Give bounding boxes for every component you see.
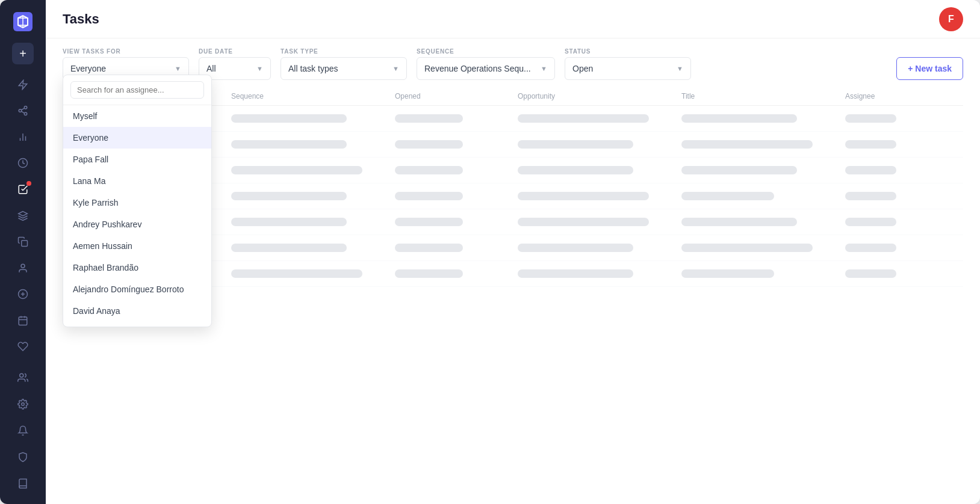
sidebar: + bbox=[0, 0, 46, 504]
skeleton-placeholder bbox=[845, 244, 896, 252]
dropdown-item[interactable]: Everyone bbox=[63, 127, 211, 149]
sidebar-item-plugin[interactable] bbox=[12, 336, 34, 358]
table-cell bbox=[840, 114, 963, 123]
skeleton-placeholder bbox=[845, 114, 896, 123]
skeleton-placeholder bbox=[395, 192, 463, 200]
svg-point-2 bbox=[24, 106, 27, 109]
skeleton-placeholder bbox=[395, 114, 463, 123]
dropdown-item[interactable]: Alejandro Domínguez Borroto bbox=[63, 278, 211, 300]
sidebar-item-tasks[interactable] bbox=[12, 179, 34, 200]
col-header-title: Title bbox=[677, 92, 840, 100]
skeleton-placeholder bbox=[518, 140, 633, 149]
table-cell bbox=[390, 166, 513, 174]
sequence-select[interactable]: Revenue Operations Sequ... ▼ bbox=[417, 57, 555, 80]
dropdown-item[interactable]: Andrey Pushkarev bbox=[63, 214, 211, 235]
table-cell bbox=[226, 244, 390, 252]
skeleton-placeholder bbox=[231, 166, 362, 174]
svg-line-6 bbox=[21, 108, 24, 110]
skeleton-placeholder bbox=[681, 244, 813, 252]
dropdown-item[interactable]: Raphael Brandão bbox=[63, 257, 211, 278]
sidebar-item-settings[interactable] bbox=[12, 393, 34, 415]
app-logo[interactable] bbox=[11, 10, 35, 33]
skeleton-placeholder bbox=[518, 192, 649, 200]
sidebar-bottom bbox=[12, 367, 34, 494]
table-cell bbox=[513, 244, 677, 252]
sidebar-item-clock[interactable] bbox=[12, 153, 34, 174]
skeleton-placeholder bbox=[231, 269, 362, 278]
sidebar-item-contacts[interactable] bbox=[12, 367, 34, 389]
skeleton-placeholder bbox=[681, 192, 774, 200]
header: Tasks F bbox=[46, 0, 980, 38]
dropdown-item[interactable]: David Anaya bbox=[63, 300, 211, 322]
skeleton-placeholder bbox=[681, 166, 797, 174]
table-cell bbox=[840, 269, 963, 278]
sidebar-item-shield[interactable] bbox=[12, 446, 34, 468]
skeleton-placeholder bbox=[231, 114, 347, 123]
svg-point-21 bbox=[20, 373, 23, 377]
status-group: STATUS Open ▼ bbox=[565, 48, 691, 80]
skeleton-placeholder bbox=[231, 140, 347, 149]
status-value: Open bbox=[572, 64, 593, 73]
sidebar-item-bell[interactable] bbox=[12, 420, 34, 441]
table-cell bbox=[226, 192, 390, 200]
dropdown-item[interactable]: Kyle Parrish bbox=[63, 192, 211, 214]
table-cell bbox=[513, 166, 677, 174]
table-cell bbox=[677, 140, 840, 149]
sidebar-item-lightning[interactable] bbox=[12, 74, 34, 96]
sidebar-item-chart[interactable] bbox=[12, 126, 34, 148]
dropdown-items-list: MyselfEveryonePapa FallLana MaKyle Parri… bbox=[63, 105, 211, 322]
sidebar-item-graph[interactable] bbox=[12, 100, 34, 122]
sidebar-item-layers[interactable] bbox=[12, 205, 34, 227]
table-cell bbox=[677, 114, 840, 123]
skeleton-placeholder bbox=[395, 218, 463, 226]
skeleton-placeholder bbox=[681, 269, 774, 278]
chevron-down-icon: ▼ bbox=[256, 65, 263, 72]
col-header-assignee: Assignee bbox=[840, 92, 963, 100]
table-cell bbox=[677, 269, 840, 278]
sidebar-item-calendar[interactable] bbox=[12, 310, 34, 331]
table-cell bbox=[226, 166, 390, 174]
main-content: Tasks F VIEW TASKS FOR Everyone ▼ DUE DA… bbox=[46, 0, 980, 504]
svg-point-13 bbox=[21, 264, 25, 268]
table-cell bbox=[513, 218, 677, 226]
table-cell bbox=[226, 218, 390, 226]
skeleton-placeholder bbox=[395, 140, 463, 149]
col-header-opportunity: Opportunity bbox=[513, 92, 677, 100]
svg-point-4 bbox=[24, 112, 27, 115]
filter-bar: VIEW TASKS FOR Everyone ▼ DUE DATE All ▼… bbox=[46, 38, 980, 80]
task-type-group: TASK TYPE All task types ▼ bbox=[281, 48, 407, 80]
assignee-search-input[interactable] bbox=[70, 81, 204, 99]
sidebar-item-book[interactable] bbox=[12, 473, 34, 494]
skeleton-placeholder bbox=[231, 218, 347, 226]
dropdown-item[interactable]: Lana Ma bbox=[63, 170, 211, 192]
sidebar-item-copy[interactable] bbox=[12, 231, 34, 253]
task-type-label: TASK TYPE bbox=[281, 48, 407, 55]
table-cell bbox=[390, 218, 513, 226]
table-cell bbox=[513, 140, 677, 149]
table-cell bbox=[390, 244, 513, 252]
dropdown-item[interactable]: Aemen Hussain bbox=[63, 235, 211, 257]
sidebar-item-dollar[interactable] bbox=[12, 283, 34, 305]
table-cell bbox=[513, 192, 677, 200]
sidebar-item-people[interactable] bbox=[12, 257, 34, 279]
skeleton-placeholder bbox=[395, 269, 463, 278]
dropdown-item[interactable]: Papa Fall bbox=[63, 149, 211, 170]
add-button[interactable]: + bbox=[12, 43, 34, 64]
skeleton-placeholder bbox=[681, 114, 797, 123]
skeleton-placeholder bbox=[845, 166, 896, 174]
table-cell bbox=[677, 244, 840, 252]
table-cell bbox=[840, 166, 963, 174]
svg-point-3 bbox=[19, 109, 22, 112]
view-tasks-for-label: VIEW TASKS FOR bbox=[63, 48, 189, 55]
svg-line-5 bbox=[21, 111, 24, 113]
task-type-select[interactable]: All task types ▼ bbox=[281, 57, 407, 80]
avatar[interactable]: F bbox=[939, 7, 963, 31]
col-header-opened: Opened bbox=[390, 92, 513, 100]
new-task-button[interactable]: + New task bbox=[896, 57, 963, 80]
table-cell bbox=[840, 140, 963, 149]
table-cell bbox=[226, 140, 390, 149]
skeleton-placeholder bbox=[231, 244, 347, 252]
status-select[interactable]: Open ▼ bbox=[565, 57, 691, 80]
table-cell bbox=[840, 218, 963, 226]
dropdown-item[interactable]: Myself bbox=[63, 105, 211, 127]
